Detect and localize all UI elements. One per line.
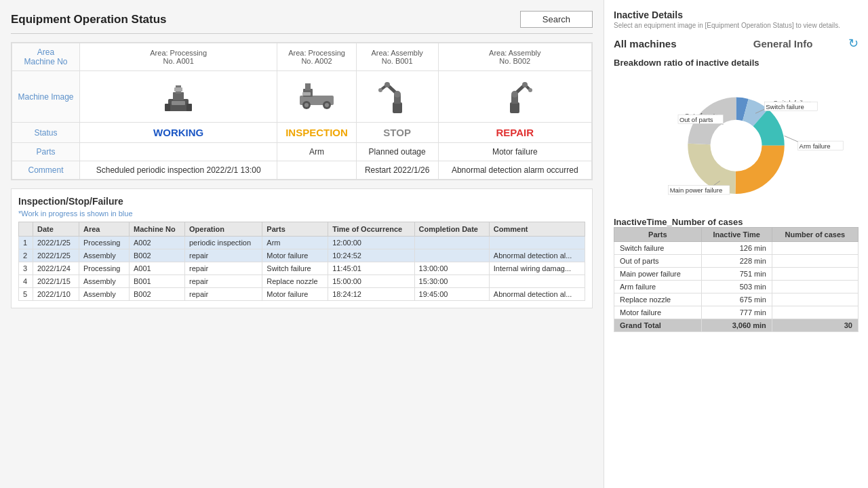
area-assembly-b001: Area: Assembly [359,49,435,57]
inactive-time-section: InactiveTime_Number of cases Parts Inact… [614,217,859,332]
svg-rect-5 [172,101,185,105]
svg-text:Main power failure: Main power failure [670,186,723,194]
table-cell: 2022/1/24 [33,262,79,275]
comment-label: Comment [12,161,80,180]
inactive-table-cell: Main power failure [614,268,702,281]
row-index: 2 [19,249,33,262]
table-cell: 18:24:12 [328,288,414,301]
table-cell: Assembly [79,249,129,262]
svg-point-26 [511,91,518,98]
page-title: Equipment Operation Status [11,13,167,26]
parts-b001: Planned outage [356,143,438,161]
breakdown-title-container: Breakdown ratio of inactive details [614,58,859,68]
equipment-grid: AreaMachine No Area: Processing No. A001… [11,42,593,180]
inactive-table-cell [772,255,858,268]
search-button[interactable]: Search [520,11,593,28]
status-label: Status [12,123,80,143]
inactive-table-cell: 126 min [701,242,772,255]
machine-no-b001: No. B001 [359,57,435,65]
col-machine-no: Machine No [129,222,184,237]
machine-image-b002[interactable] [438,71,591,123]
machine-no-b002: No. B002 [441,57,589,65]
all-machines-header: All machines General Info ↻ [614,36,859,51]
col-time-occurrence: Time of Occurrence [328,222,414,237]
svg-point-13 [325,103,329,107]
inactive-table-cell: Arm failure [614,281,702,293]
inactive-table-title: InactiveTime_Number of cases [614,217,859,227]
machine-svg-b001 [374,75,421,116]
status-a002: INSPECTION [277,123,356,143]
inactive-table-row: Out of parts228 min [614,255,859,268]
col-comment: Comment [489,222,585,237]
breakdown-title: Breakdown ratio of inactive details [614,58,859,68]
table-cell: 12:00:00 [328,237,414,249]
svg-rect-22 [510,102,519,113]
parts-a001 [80,143,277,161]
machine-image-label: Machine Image [12,71,80,123]
inactive-table-row: Main power failure751 min [614,268,859,281]
inactive-table-cell [772,281,858,293]
table-cell: Abnormal detection al... [489,249,585,262]
machine-image-a001[interactable] [80,71,277,123]
inactive-table-row: Arm failure503 min [614,281,859,293]
general-info-label: General Info [753,38,813,49]
table-row: 12022/1/25ProcessingA002periodic inspect… [19,237,585,249]
col-index [19,222,33,237]
svg-text:Out of parts: Out of parts [679,116,713,123]
inactive-table-cell: Motor failure [614,306,702,319]
table-cell [489,275,585,288]
svg-point-12 [304,103,309,107]
table-cell: Replace nozzle [262,275,328,288]
col-completion: Completion Date [414,222,489,237]
refresh-button[interactable]: ↻ [848,36,859,51]
table-cell: B002 [129,288,184,301]
table-cell: 11:45:01 [328,262,414,275]
inactive-table-row: Grand Total3,060 min30 [614,319,859,332]
status-b002: REPAIR [438,123,591,143]
table-cell: Arm [262,237,328,249]
inactive-col-parts: Parts [614,228,702,242]
inactive-details-title: Inactive Details [614,9,859,20]
table-cell: Assembly [79,275,129,288]
machine-svg-a002 [293,75,340,116]
inactive-table-cell: Replace nozzle [614,293,702,306]
table-cell: 10:24:52 [328,249,414,262]
inactive-table-cell [772,293,858,306]
table-cell: 19:45:00 [414,288,489,301]
inactive-table-row: Switch failure126 min [614,242,859,255]
inactive-table-cell: 751 min [701,268,772,281]
comment-a002 [277,161,356,180]
row-index: 5 [19,288,33,301]
table-cell: Motor failure [262,288,328,301]
donut-chart-container: Switch failure Switch failure Out of par… [614,75,859,210]
svg-rect-15 [393,102,402,113]
inactive-table-cell: 3,060 min [701,319,772,332]
right-panel: Inactive Details Select an equipment ima… [604,0,868,488]
inactive-col-cases: Number of cases [772,228,858,242]
comment-b002: Abnormal detection alarm occurred [438,161,591,180]
table-cell [489,237,585,249]
table-cell [414,237,489,249]
table-cell: Assembly [79,288,129,301]
table-cell: Processing [79,262,129,275]
machine-image-a002[interactable] [277,71,356,123]
parts-a002: Arm [277,143,356,161]
svg-rect-3 [165,104,170,111]
col-date: Date [33,222,79,237]
svg-rect-4 [186,104,192,111]
table-cell: 2022/1/10 [33,288,79,301]
inactive-table-cell [772,242,858,255]
inactive-table-row: Replace nozzle675 min [614,293,859,306]
area-label: AreaMachine No [12,43,80,71]
svg-point-20 [384,82,390,87]
inactive-table-cell: 228 min [701,255,772,268]
table-cell: periodic inspection [185,237,262,249]
row-index: 3 [19,262,33,275]
inactive-table-cell: Out of parts [614,255,702,268]
inactive-details-subtitle: Select an equipment image in [Equipment … [614,22,859,29]
col-operation: Operation [185,222,262,237]
table-cell: repair [185,249,262,262]
table-cell: Processing [79,237,129,249]
machine-image-b001[interactable] [356,71,438,123]
inactive-table-cell: 675 min [701,293,772,306]
